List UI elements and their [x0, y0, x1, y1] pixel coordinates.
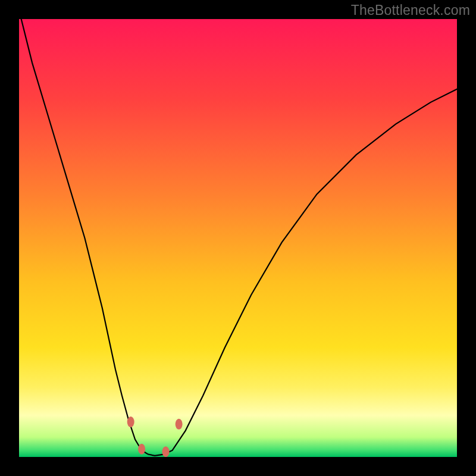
trough-marker	[138, 444, 145, 455]
trough-marker	[162, 446, 170, 457]
bottleneck-curve-chart	[19, 19, 457, 457]
trough-marker	[127, 416, 134, 427]
trough-marker	[176, 419, 183, 430]
chart-frame	[19, 19, 457, 457]
watermark-text: TheBottleneck.com	[351, 2, 470, 18]
